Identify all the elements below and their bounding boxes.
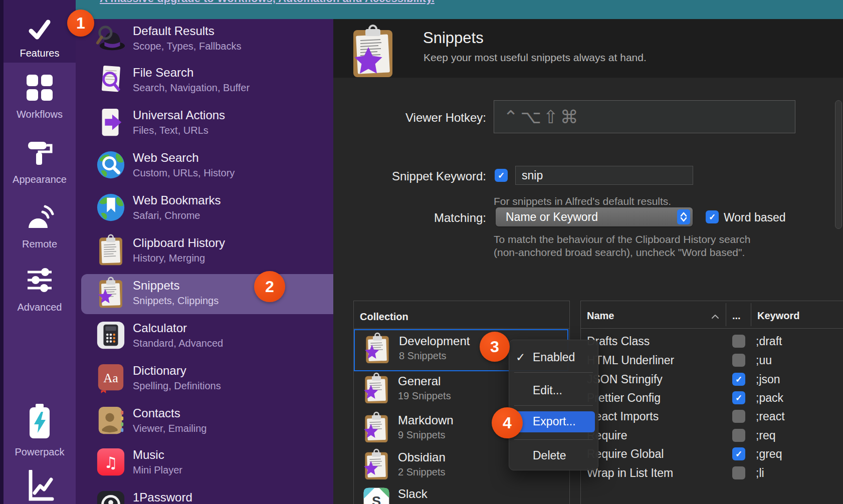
snippet-enabled-checkbox[interactable]: ✓ bbox=[732, 335, 745, 348]
sidebar-item-1password[interactable]: 1Password bbox=[76, 488, 333, 504]
promo-banner-link[interactable]: A massive upgrade to Workflows, Automati… bbox=[100, 0, 435, 5]
sidebar-item-calculator[interactable]: Calculator Standard, Advanced bbox=[76, 319, 333, 357]
rail-item-usage[interactable] bbox=[4, 470, 76, 504]
snippet-keyword-checkbox[interactable]: ✓ bbox=[495, 169, 508, 182]
word-based-checkbox[interactable]: ✓ bbox=[706, 210, 719, 223]
snippet-enabled-checkbox[interactable]: ✓ bbox=[732, 410, 745, 423]
viewer-hotkey-label: Viewer Hotkey: bbox=[336, 111, 486, 125]
rail-item-features[interactable]: Features bbox=[4, 0, 76, 63]
promo-banner[interactable]: A massive upgrade to Workflows, Automati… bbox=[76, 0, 843, 19]
features-check-icon bbox=[28, 18, 52, 44]
column-header-enabled[interactable]: ... bbox=[732, 310, 741, 322]
snippet-enabled-checkbox[interactable]: ✓ bbox=[732, 447, 745, 460]
rail-item-remote[interactable]: Remote bbox=[4, 203, 76, 250]
collection-name: Development bbox=[399, 334, 470, 348]
sidebar-item-title: Music bbox=[133, 448, 164, 462]
file-search-icon bbox=[95, 64, 126, 97]
menu-item-delete[interactable]: Delete bbox=[509, 448, 598, 463]
slack-icon: S bbox=[362, 485, 392, 504]
sidebar-item-subtitle: History, Merging bbox=[133, 253, 205, 264]
table-row[interactable]: Require ✓ ;req bbox=[581, 428, 843, 445]
sidebar-item-contacts[interactable]: Contacts Viewer, Emailing bbox=[76, 404, 333, 442]
table-row[interactable]: React Imports ✓ ;react bbox=[581, 409, 843, 426]
table-row[interactable]: Prettier Config ✓ ;pack bbox=[581, 390, 843, 407]
menu-separator bbox=[514, 372, 593, 373]
menu-item-enabled[interactable]: ✓ Enabled bbox=[509, 350, 598, 365]
column-header-keyword[interactable]: Keyword bbox=[757, 310, 799, 322]
collection-name: Obsidian bbox=[398, 450, 446, 464]
rail-item-advanced[interactable]: Advanced bbox=[4, 266, 76, 313]
snippet-keyword: ;react bbox=[756, 410, 785, 423]
sidebar-item-default-results[interactable]: Default Results Scope, Types, Fallbacks bbox=[76, 22, 333, 60]
rail-item-powerpack[interactable]: Powerpack bbox=[4, 404, 76, 458]
snippet-enabled-checkbox[interactable]: ✓ bbox=[732, 466, 745, 479]
snippet-enabled-checkbox[interactable]: ✓ bbox=[732, 429, 745, 442]
checkbox-check-icon: ✓ bbox=[498, 170, 505, 181]
snippet-enabled-checkbox[interactable]: ✓ bbox=[732, 373, 745, 386]
matching-label: Matching: bbox=[336, 211, 486, 225]
table-row[interactable]: HTML Underliner ✓ ;uu bbox=[581, 353, 843, 370]
snippet-keyword: ;draft bbox=[756, 335, 782, 348]
collection-count: 19 Snippets bbox=[398, 390, 451, 402]
paint-roller-icon bbox=[25, 138, 54, 169]
sidebar-item-title: Contacts bbox=[133, 406, 180, 420]
rail-item-workflows[interactable]: Workflows bbox=[4, 73, 76, 120]
header-divider bbox=[354, 328, 569, 329]
step-badge-1: 1 bbox=[67, 10, 94, 37]
table-row[interactable]: JSON Stringify ✓ ;json bbox=[581, 372, 843, 389]
vertical-scrollbar-thumb[interactable] bbox=[835, 100, 842, 229]
snippet-name: Require Global bbox=[587, 447, 664, 461]
sidebar-item-clipboard-history[interactable]: Clipboard History History, Merging bbox=[76, 234, 333, 272]
rail-label-workflows: Workflows bbox=[17, 109, 63, 120]
snippet-keyword-value: snip bbox=[522, 169, 543, 182]
sidebar-item-web-search[interactable]: Web Search Custom, URLs, History bbox=[76, 149, 333, 187]
collection-row-slack[interactable]: S Slack bbox=[354, 483, 569, 504]
remote-icon bbox=[25, 203, 55, 234]
sidebar-item-music[interactable]: ♫ Music Mini Player bbox=[76, 446, 333, 484]
table-row[interactable]: Wrap in List Item ✓ ;li bbox=[581, 465, 843, 482]
table-row[interactable]: Drafts Class ✓ ;draft bbox=[581, 334, 843, 351]
viewer-hotkey-field[interactable]: ⌃⌥⇧⌘ bbox=[494, 100, 795, 133]
clipboard-icon bbox=[95, 234, 126, 267]
rail-label-advanced: Advanced bbox=[18, 302, 62, 313]
snippet-keyword-label: Snippet Keyword: bbox=[336, 169, 486, 183]
snippet-keyword: ;uu bbox=[756, 354, 772, 367]
music-icon: ♫ bbox=[95, 446, 126, 479]
sidebar-item-dictionary[interactable]: Aa Dictionary Spelling, Definitions bbox=[76, 362, 333, 400]
collection-name: General bbox=[398, 374, 441, 388]
sidebar-item-web-bookmarks[interactable]: Web Bookmarks Safari, Chrome bbox=[76, 191, 333, 229]
snippet-collection-icon bbox=[362, 448, 392, 482]
menu-check-icon: ✓ bbox=[516, 351, 525, 364]
column-divider bbox=[726, 303, 726, 326]
snippet-enabled-checkbox[interactable]: ✓ bbox=[732, 354, 745, 367]
sidebar-item-subtitle: Search, Navigation, Buffer bbox=[133, 82, 250, 94]
contacts-icon bbox=[95, 404, 126, 437]
snippet-keyword: ;req bbox=[756, 429, 776, 442]
menu-separator bbox=[514, 405, 593, 406]
menu-item-edit[interactable]: Edit... bbox=[509, 383, 598, 398]
sidebar-item-subtitle: Spelling, Definitions bbox=[133, 380, 221, 392]
rail-item-appearance[interactable]: Appearance bbox=[4, 138, 76, 185]
matching-dropdown[interactable]: Name or Keyword bbox=[496, 207, 693, 226]
table-row[interactable]: Require Global ✓ ;greq bbox=[581, 446, 843, 463]
header-divider bbox=[581, 328, 843, 329]
workflows-icon bbox=[25, 73, 54, 104]
context-menu: ✓ Enabled Edit... Export... Delete bbox=[509, 340, 598, 470]
sidebar-item-snippets[interactable]: Snippets Snippets, Clippings bbox=[76, 277, 333, 315]
matching-dropdown-value: Name or Keyword bbox=[506, 210, 598, 224]
snippet-enabled-checkbox[interactable]: ✓ bbox=[732, 391, 745, 404]
sidebar-item-subtitle: Snippets, Clippings bbox=[133, 295, 219, 307]
sidebar-item-title: File Search bbox=[133, 66, 193, 80]
svg-text:Aa: Aa bbox=[103, 371, 118, 385]
dictionary-icon: Aa bbox=[95, 362, 126, 395]
menu-item-export-highlighted[interactable]: Export... bbox=[512, 411, 595, 432]
usage-chart-icon bbox=[25, 470, 54, 504]
sidebar-item-title: Default Results bbox=[133, 24, 215, 38]
sidebar-item-file-search[interactable]: File Search Search, Navigation, Buffer bbox=[76, 64, 333, 102]
sidebar-item-universal-actions[interactable]: Universal Actions Files, Text, URLs bbox=[76, 106, 333, 144]
rail-label-features: Features bbox=[20, 48, 60, 59]
snippet-keyword-input[interactable]: snip bbox=[515, 166, 693, 185]
column-header-name[interactable]: Name bbox=[587, 310, 614, 322]
alfred-hat-icon bbox=[95, 22, 126, 55]
sidebar-item-title: Clipboard History bbox=[133, 236, 225, 250]
